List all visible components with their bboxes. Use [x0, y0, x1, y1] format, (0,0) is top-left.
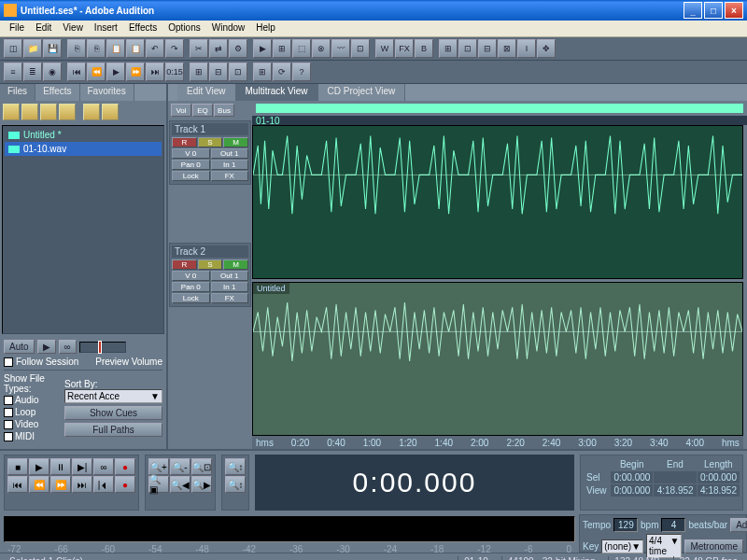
- mixer[interactable]: ⊞: [253, 63, 272, 81]
- overview-bar[interactable]: [256, 104, 743, 113]
- tool-trim[interactable]: ✂: [190, 39, 208, 58]
- view-begin[interactable]: 0:00.000: [611, 484, 653, 497]
- tab-edit-view[interactable]: Edit View: [177, 84, 236, 101]
- menu-file[interactable]: File: [4, 21, 30, 36]
- tool-new[interactable]: ◫: [4, 39, 22, 58]
- lock[interactable]: Lock: [172, 171, 210, 181]
- pan[interactable]: Pan 0: [172, 160, 210, 170]
- auto-play-button[interactable]: Auto: [4, 340, 35, 354]
- type-midi-chk[interactable]: ✓: [4, 432, 13, 441]
- tool-convert[interactable]: ⇄: [209, 39, 228, 58]
- nav-ff[interactable]: ⏩: [126, 63, 145, 81]
- tool-cut[interactable]: ▶: [253, 39, 272, 58]
- tool-move[interactable]: ✥: [537, 39, 556, 58]
- nav-time[interactable]: 0:15: [165, 63, 184, 81]
- tab-files[interactable]: Files: [0, 84, 35, 101]
- zoom-in-right[interactable]: 🔍▶: [191, 476, 212, 493]
- sel-end[interactable]: [654, 471, 696, 483]
- nav-rew[interactable]: ⏪: [87, 63, 106, 81]
- vol-tab[interactable]: Vol: [171, 104, 191, 117]
- punch-record[interactable]: ●: [115, 476, 135, 493]
- zoom-full[interactable]: 🔍⊡: [191, 458, 212, 475]
- panel-opt1[interactable]: [83, 104, 100, 120]
- play-button[interactable]: ▶: [29, 458, 49, 475]
- input[interactable]: In 1: [211, 282, 249, 292]
- zoom-in-left[interactable]: 🔍◀: [170, 476, 190, 493]
- tool-bpm[interactable]: B: [415, 39, 433, 58]
- file-list[interactable]: Untitled * 01-10.wav: [2, 125, 164, 334]
- view-edit[interactable]: ≡: [4, 63, 22, 81]
- panel-insert[interactable]: [40, 104, 57, 120]
- tool-group[interactable]: ⊞: [273, 39, 291, 58]
- nav-start[interactable]: ⏮: [67, 63, 86, 81]
- panel-edit[interactable]: [59, 104, 76, 120]
- dock-2[interactable]: ⊟: [209, 63, 228, 81]
- lock[interactable]: Lock: [172, 293, 210, 303]
- full-paths-button[interactable]: Full Paths: [64, 423, 162, 437]
- pan[interactable]: Pan 0: [172, 282, 210, 292]
- track-name[interactable]: Track 1: [172, 123, 248, 135]
- loop-play[interactable]: ∞: [93, 458, 114, 475]
- record-arm[interactable]: R: [172, 259, 197, 270]
- volume[interactable]: V 0: [172, 148, 210, 159]
- mute[interactable]: M: [223, 137, 248, 147]
- menu-view[interactable]: View: [57, 21, 89, 36]
- tool-fx1[interactable]: ⬚: [292, 39, 311, 58]
- menu-window[interactable]: Window: [206, 21, 251, 36]
- solo[interactable]: S: [198, 259, 223, 270]
- file-item[interactable]: Untitled *: [5, 128, 162, 142]
- tempo-value[interactable]: 129: [613, 518, 638, 532]
- menu-effects[interactable]: Effects: [123, 21, 162, 36]
- tool-mixpaste[interactable]: 📋: [126, 39, 145, 58]
- menu-edit[interactable]: Edit: [30, 21, 57, 36]
- record-arm[interactable]: R: [172, 137, 197, 147]
- level-meter[interactable]: [4, 516, 575, 542]
- tool-redo[interactable]: ↷: [165, 39, 184, 58]
- rewind[interactable]: ⏪: [29, 476, 49, 493]
- tool-settings[interactable]: ⚙: [229, 39, 247, 58]
- tool-s2[interactable]: ⊡: [458, 39, 477, 58]
- metronome-button[interactable]: Metronome: [684, 539, 743, 553]
- zoom-in-v[interactable]: 🔍↕: [225, 458, 246, 475]
- bus-tab[interactable]: Bus: [214, 104, 234, 117]
- panel-opt2[interactable]: [102, 104, 119, 120]
- mute[interactable]: M: [223, 259, 248, 270]
- time-sig-combo[interactable]: 4/4 time▼: [646, 534, 682, 558]
- minimize-button[interactable]: _: [684, 2, 702, 19]
- solo[interactable]: S: [198, 137, 223, 147]
- view-length[interactable]: 4:18.952: [698, 484, 740, 497]
- loop-button[interactable]: ∞: [59, 340, 77, 354]
- tool-copy[interactable]: ⎘: [67, 39, 86, 58]
- tool-paste[interactable]: 📋: [106, 39, 125, 58]
- file-item[interactable]: 01-10.wav: [5, 142, 162, 156]
- follow-checkbox[interactable]: ✓: [4, 357, 13, 367]
- waveform-track-1[interactable]: [252, 125, 743, 279]
- tab-favorites[interactable]: Favorites: [80, 84, 134, 101]
- preview-volume-slider[interactable]: [79, 342, 126, 353]
- eq-tab[interactable]: EQ: [192, 104, 213, 117]
- time-ruler[interactable]: hms0:200:401:001:201:402:002:202:403:003…: [252, 436, 743, 449]
- sort-combo[interactable]: Recent Acce▼: [64, 389, 162, 403]
- nav-play[interactable]: ▶: [106, 63, 125, 81]
- nav-end[interactable]: ⏭: [146, 63, 164, 81]
- zoom-sel[interactable]: 🔍▣: [148, 476, 169, 493]
- tool-dry[interactable]: FX: [395, 39, 414, 58]
- type-audio-chk[interactable]: ✓: [4, 396, 13, 405]
- menu-insert[interactable]: Insert: [89, 21, 123, 36]
- tool-env[interactable]: 〰: [331, 39, 350, 58]
- tool-undo[interactable]: ↶: [146, 39, 164, 58]
- dock-3[interactable]: ⊡: [229, 63, 247, 81]
- waveform-track-2[interactable]: Untitled: [252, 282, 743, 436]
- dock-1[interactable]: ⊞: [190, 63, 208, 81]
- zoom-out-v[interactable]: 🔍↕: [225, 476, 246, 493]
- view-cd[interactable]: ◉: [43, 63, 62, 81]
- tab-effects[interactable]: Effects: [35, 84, 79, 101]
- sel-begin[interactable]: 0:00.000: [611, 471, 653, 483]
- tool-copynew[interactable]: ⎘: [87, 39, 106, 58]
- type-video-chk[interactable]: ✓: [4, 420, 13, 429]
- refresh[interactable]: ⟳: [273, 63, 291, 81]
- record-button[interactable]: ●: [115, 458, 135, 475]
- zoom-in-h[interactable]: 🔍+: [148, 458, 169, 475]
- key-combo[interactable]: (none)▼: [601, 539, 643, 553]
- output[interactable]: Out 1: [211, 148, 249, 159]
